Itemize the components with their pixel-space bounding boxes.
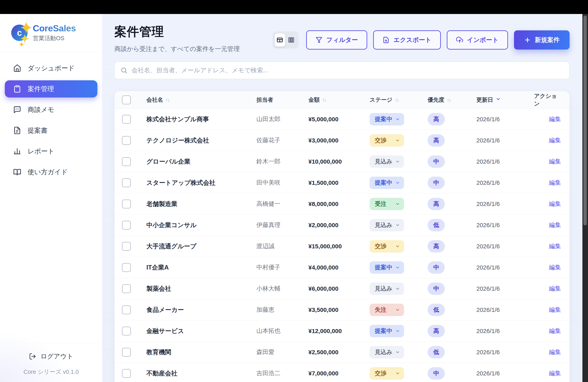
import-button[interactable]: インポート	[447, 30, 508, 50]
book-icon	[13, 168, 21, 176]
edit-link[interactable]: 編集	[549, 136, 561, 144]
edit-link[interactable]: 編集	[549, 327, 561, 335]
stage-select[interactable]: 提案中	[370, 325, 404, 337]
stage-select[interactable]: 提案中	[370, 261, 404, 274]
contact-cell: 吉田浩二	[256, 369, 308, 377]
stage-label: 提案中	[375, 264, 392, 271]
table-row: 食品メーカー 加藤恵 ¥3,500,000 失注 低 2026/1/6 編集	[115, 299, 569, 321]
row-checkbox[interactable]	[122, 263, 131, 272]
row-checkbox[interactable]	[122, 348, 131, 357]
stage-select[interactable]: 提案中	[370, 113, 404, 125]
priority-badge: 高	[428, 198, 445, 210]
table-view-button[interactable]	[274, 33, 285, 47]
row-checkbox[interactable]	[122, 242, 131, 251]
table-row: 株式会社サンプル商事 山田太郎 ¥5,000,000 提案中 高 2026/1/…	[115, 109, 569, 130]
row-checkbox[interactable]	[122, 157, 131, 166]
edit-link[interactable]: 編集	[549, 306, 561, 314]
company-cell: スタートアップ株式会社	[147, 179, 256, 187]
edit-link[interactable]: 編集	[549, 348, 561, 356]
sort-desc-icon[interactable]	[496, 96, 501, 103]
sort-icon[interactable]: ↑↓	[322, 97, 326, 103]
stage-select[interactable]: 交渉	[370, 134, 404, 147]
contact-cell: 加藤恵	[256, 306, 308, 314]
edit-link[interactable]: 編集	[549, 200, 561, 208]
row-checkbox[interactable]	[122, 200, 131, 208]
stage-label: 交渉	[375, 242, 386, 250]
column-header-amount[interactable]: 金額 ↑↓	[308, 96, 370, 104]
sidebar-item-proposals[interactable]: 提案書	[5, 122, 97, 139]
edit-link[interactable]: 編集	[549, 179, 561, 187]
stage-select[interactable]: 見込み	[370, 155, 404, 168]
updated-cell: 2026/1/6	[476, 116, 534, 123]
row-checkbox[interactable]	[122, 178, 131, 187]
deals-table: 会社名 ↑↓ 担当者 金額 ↑↓ ステージ ↑↓ 優先度 ↑↓ 更新日	[114, 91, 570, 382]
stage-select[interactable]: 見込み	[370, 346, 404, 358]
logout-button[interactable]: ログアウト	[29, 352, 73, 361]
stage-select[interactable]: 交渉	[370, 240, 404, 252]
stage-label: 見込み	[375, 285, 392, 293]
column-header-company[interactable]: 会社名 ↑↓	[147, 96, 256, 104]
sidebar-item-dashboard[interactable]: ダッシュボード	[5, 59, 97, 77]
amount-cell: ¥2,000,000	[308, 222, 370, 229]
stage-label: 提案中	[375, 327, 392, 335]
priority-badge: 中	[428, 367, 445, 380]
updated-cell: 2026/1/6	[476, 285, 534, 292]
stage-select[interactable]: 見込み	[370, 219, 404, 231]
sidebar-item-meeting-notes[interactable]: 商談メモ	[5, 101, 97, 118]
row-checkbox[interactable]	[122, 369, 131, 378]
chevron-down-icon	[395, 307, 400, 312]
edit-link[interactable]: 編集	[549, 263, 561, 271]
chevron-down-icon	[395, 159, 400, 164]
sort-icon[interactable]: ↑↓	[395, 97, 399, 103]
edit-link[interactable]: 編集	[549, 369, 561, 377]
column-header-updated[interactable]: 更新日	[476, 96, 534, 104]
contact-cell: 山田太郎	[256, 115, 308, 123]
kanban-view-button[interactable]	[286, 33, 297, 47]
edit-link[interactable]: 編集	[549, 115, 561, 123]
priority-badge: 中	[428, 177, 445, 189]
edit-link[interactable]: 編集	[549, 157, 561, 166]
column-header-priority[interactable]: 優先度 ↑↓	[428, 96, 476, 104]
amount-cell: ¥12,000,000	[308, 328, 370, 334]
chevron-down-icon	[395, 371, 400, 376]
stage-select[interactable]: 交渉	[370, 367, 404, 380]
contact-cell: 鈴木一郎	[256, 157, 308, 166]
row-checkbox[interactable]	[122, 115, 131, 124]
row-checkbox[interactable]	[122, 221, 131, 229]
row-checkbox[interactable]	[122, 327, 131, 335]
sidebar-item-deals[interactable]: 案件管理	[5, 80, 97, 97]
priority-badge: 低	[428, 346, 445, 358]
scrollbar-thumb[interactable]	[583, 16, 587, 225]
select-all-checkbox[interactable]	[122, 96, 131, 104]
document-icon	[13, 126, 21, 134]
stage-select[interactable]: 受注	[370, 198, 404, 210]
row-checkbox[interactable]	[122, 306, 131, 314]
sparkles-icon	[19, 21, 33, 48]
row-checkbox[interactable]	[122, 284, 131, 293]
updated-cell: 2026/1/6	[476, 201, 534, 207]
filter-button[interactable]: フィルター	[306, 30, 367, 50]
amount-cell: ¥2,500,000	[308, 349, 370, 356]
row-checkbox[interactable]	[122, 136, 131, 145]
stage-label: 見込み	[375, 221, 392, 229]
updated-cell: 2026/1/6	[476, 264, 534, 271]
edit-link[interactable]: 編集	[549, 221, 561, 229]
stage-select[interactable]: 見込み	[370, 283, 404, 295]
export-button[interactable]: エクスポート	[373, 30, 441, 50]
edit-link[interactable]: 編集	[549, 285, 561, 293]
sort-icon[interactable]: ↑↓	[447, 97, 451, 103]
table-row: 大手流通グループ 渡辺誠 ¥15,000,000 交渉 高 2026/1/6 編…	[115, 236, 569, 257]
company-cell: 株式会社サンプル商事	[147, 115, 256, 123]
sidebar-item-guide[interactable]: 使い方ガイド	[5, 163, 97, 181]
chevron-down-icon	[395, 138, 400, 143]
column-header-stage[interactable]: ステージ ↑↓	[370, 96, 428, 104]
sort-icon[interactable]: ↑↓	[166, 97, 169, 103]
search-input[interactable]	[132, 67, 564, 74]
new-deal-button[interactable]: 新規案件	[514, 30, 570, 50]
sidebar-item-reports[interactable]: レポート	[5, 143, 97, 160]
stage-select[interactable]: 提案中	[370, 177, 404, 189]
stage-select[interactable]: 失注	[370, 304, 404, 316]
sidebar-item-label: 商談メモ	[28, 105, 54, 114]
edit-link[interactable]: 編集	[549, 242, 561, 250]
company-cell: 老舗製造業	[147, 200, 256, 208]
